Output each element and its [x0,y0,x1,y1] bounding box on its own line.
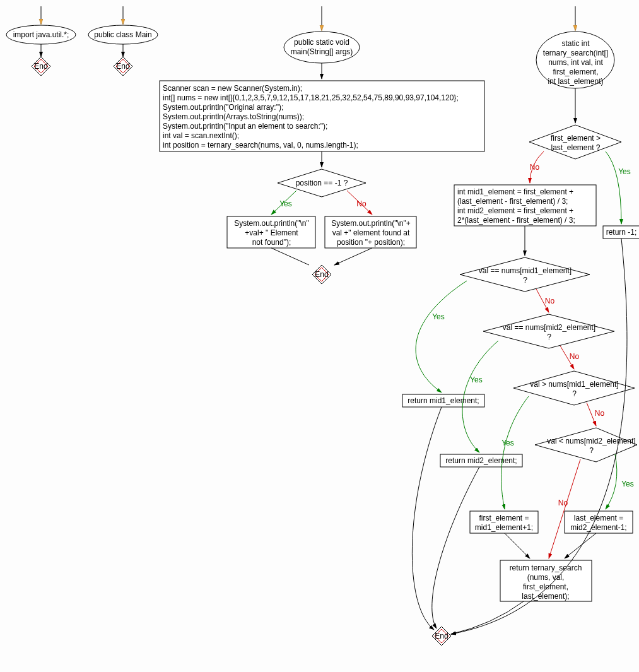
flowchart-canvas [0,0,639,672]
svg-point-1 [6,25,76,44]
svg-rect-24 [603,226,639,239]
svg-rect-17 [325,216,416,248]
svg-rect-28 [402,394,484,407]
svg-marker-27 [460,257,590,292]
svg-marker-15 [278,169,366,197]
svg-marker-29 [483,314,614,348]
svg-marker-31 [513,371,635,405]
svg-rect-35 [500,560,592,601]
svg-point-21 [536,32,614,88]
svg-rect-34 [565,511,633,533]
svg-rect-16 [227,216,315,248]
svg-marker-33 [535,428,637,462]
svg-rect-30 [440,454,522,467]
svg-rect-13 [160,81,484,151]
svg-point-11 [284,32,360,63]
svg-rect-25 [454,185,596,226]
svg-rect-32 [470,511,538,533]
svg-point-6 [88,25,158,44]
